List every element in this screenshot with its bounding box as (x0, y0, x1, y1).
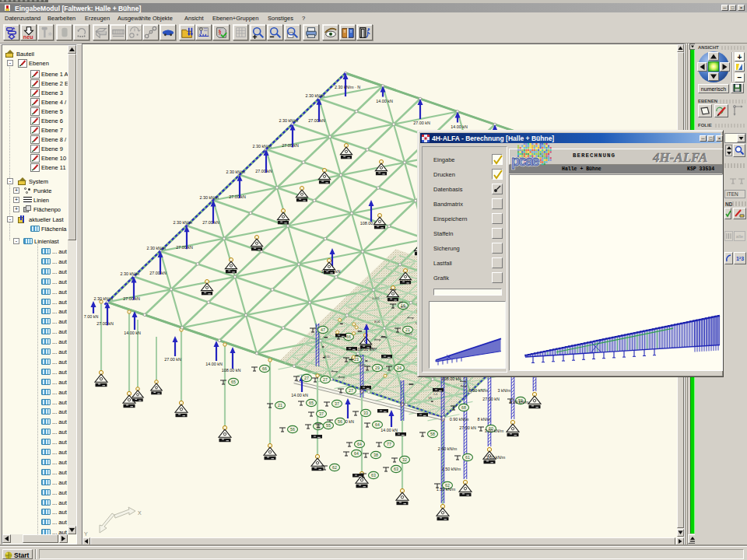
svg-text:7.00 kN: 7.00 kN (84, 314, 99, 319)
svg-text:66: 66 (262, 366, 267, 371)
svg-text:29: 29 (375, 366, 380, 370)
svg-text:kN: kN (399, 301, 403, 304)
svg-text:BOD: BOD (401, 306, 407, 309)
svg-text:2.30 kN/m: 2.30 kN/m (93, 296, 113, 301)
svg-text:0.015: 0.015 (358, 364, 365, 367)
svg-text:27.00 kN: 27.00 kN (176, 245, 193, 250)
svg-text:14.00 kN: 14.00 kN (451, 124, 468, 129)
svg-text:4H-ALFA: 4H-ALFA (652, 150, 707, 165)
svg-text:32: 32 (402, 457, 407, 462)
svg-text:pcae: pcae (511, 153, 540, 169)
svg-text:2.30 kN/m: 2.30 kN/m (120, 271, 139, 276)
svg-text:108.00 kN: 108.00 kN (356, 347, 375, 352)
svg-text:37: 37 (335, 401, 339, 406)
svg-text:14.00 kN: 14.00 kN (124, 331, 141, 335)
svg-text:2.30 kN/m: 2.30 kN/m (279, 118, 298, 123)
svg-text:56: 56 (290, 427, 295, 432)
svg-text:0.015: 0.015 (373, 297, 380, 300)
svg-text:27: 27 (304, 376, 309, 380)
svg-text:14.00 kN: 14.00 kN (376, 99, 393, 103)
svg-text:27.00 kN: 27.00 kN (164, 357, 181, 362)
svg-text:65: 65 (309, 401, 314, 405)
svg-text:3.00 kN/m: 3.00 kN/m (510, 400, 529, 404)
svg-text:27: 27 (323, 377, 328, 382)
svg-text:3.00 kN/m: 3.00 kN/m (485, 429, 504, 433)
svg-text:Y: Y (84, 531, 88, 537)
svg-text:27.00 kN: 27.00 kN (255, 169, 272, 173)
svg-text:62: 62 (332, 465, 337, 470)
svg-text:63: 63 (371, 473, 376, 478)
svg-text:2.30 kN/m: 2.30 kN/m (226, 170, 245, 174)
svg-text:27.00 kN: 27.00 kN (123, 296, 140, 301)
svg-text:27.00 kN: 27.00 kN (308, 118, 325, 123)
svg-text:24: 24 (397, 366, 402, 370)
svg-text:8 kN/m: 8 kN/m (477, 417, 491, 422)
svg-text:14.00 kN: 14.00 kN (381, 428, 398, 432)
svg-text:37: 37 (319, 411, 324, 416)
svg-text:27.00 kN: 27.00 kN (149, 271, 167, 275)
svg-text:0.90 kN/m: 0.90 kN/m (469, 388, 489, 393)
svg-text:61: 61 (465, 455, 470, 460)
svg-text:neu: neu (23, 33, 33, 40)
svg-text:§: § (218, 29, 221, 36)
svg-text:14.00 kN: 14.00 kN (205, 362, 223, 366)
svg-text:64: 64 (354, 451, 359, 456)
svg-text:2.30 kN/m: 2.30 kN/m (199, 195, 219, 200)
svg-text:0.015: 0.015 (405, 333, 412, 336)
svg-text:0.90 kN/m: 0.90 kN/m (450, 417, 469, 422)
svg-text:56: 56 (338, 419, 342, 424)
svg-text:58: 58 (430, 432, 435, 436)
svg-text:27.00 kN: 27.00 kN (482, 397, 500, 401)
svg-text:38: 38 (374, 453, 378, 457)
svg-text:2.30 kN/m · N: 2.30 kN/m · N (335, 85, 360, 89)
svg-text:47: 47 (321, 327, 325, 332)
svg-text:3.00 kN/m: 3.00 kN/m (486, 455, 506, 460)
svg-text:77: 77 (387, 442, 391, 446)
svg-text:21: 21 (278, 403, 282, 408)
svg-text:55: 55 (326, 423, 331, 428)
svg-text:27.00 kN: 27.00 kN (229, 194, 246, 199)
svg-text:kN: kN (429, 397, 433, 400)
svg-text:21: 21 (405, 327, 410, 332)
svg-text:BOD: BOD (374, 320, 381, 324)
svg-text:2.30 kN/m: 2.30 kN/m (173, 220, 192, 225)
svg-text:27: 27 (349, 388, 353, 393)
svg-text:2.30 kN/m: 2.30 kN/m (305, 93, 324, 98)
svg-text:108.00 kN: 108.00 kN (222, 368, 241, 373)
svg-text:63: 63 (394, 467, 398, 471)
svg-text:27.00 kN: 27.00 kN (202, 220, 219, 225)
svg-text:66: 66 (346, 334, 351, 339)
svg-text:27.00 kN: 27.00 kN (459, 425, 476, 430)
svg-text:2.30 kN/m: 2.30 kN/m (146, 246, 166, 250)
svg-text:1.50 kN/m: 1.50 kN/m (442, 467, 461, 471)
svg-text:BOD: BOD (324, 355, 330, 359)
svg-text:14.00 kN: 14.00 kN (291, 393, 308, 397)
svg-text:33: 33 (363, 411, 368, 415)
svg-text:X: X (138, 510, 142, 516)
svg-text:2.40 kN/m: 2.40 kN/m (438, 446, 458, 451)
svg-text:68: 68 (461, 405, 466, 410)
svg-text:2.30 kN/m: 2.30 kN/m (252, 144, 272, 149)
svg-text:27.00 kN: 27.00 kN (413, 121, 430, 125)
svg-text:1.50 kN/m: 1.50 kN/m (437, 487, 456, 492)
svg-text:27.00 kN: 27.00 kN (282, 143, 299, 148)
svg-text:1.4: 1.4 (433, 393, 437, 396)
svg-text:3 kN/m: 3 kN/m (497, 388, 511, 393)
svg-text:65: 65 (231, 380, 236, 384)
svg-text:64: 64 (357, 442, 362, 446)
svg-text:64: 64 (375, 422, 380, 427)
svg-text:27.00 kN: 27.00 kN (96, 321, 114, 326)
